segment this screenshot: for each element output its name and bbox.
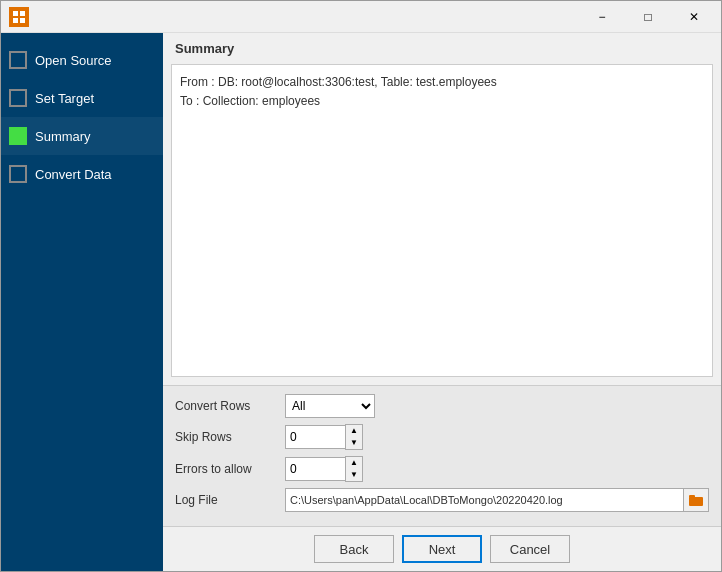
svg-rect-4 [689, 497, 703, 506]
sidebar-item-set-target[interactable]: Set Target [1, 79, 163, 117]
skip-rows-up[interactable]: ▲ [346, 425, 362, 437]
panel-header: Summary [163, 33, 721, 64]
skip-rows-spinner: ▲ ▼ [285, 424, 363, 450]
log-file-label: Log File [175, 493, 285, 507]
sidebar-label-convert-data: Convert Data [35, 167, 112, 182]
errors-spinner: ▲ ▼ [285, 456, 363, 482]
bottom-form: Convert Rows All Range First N Skip Rows… [163, 385, 721, 526]
errors-to-allow-row: Errors to allow ▲ ▼ [175, 456, 709, 482]
cancel-button[interactable]: Cancel [490, 535, 570, 563]
svg-rect-1 [20, 11, 25, 16]
skip-rows-row: Skip Rows ▲ ▼ [175, 424, 709, 450]
convert-rows-label: Convert Rows [175, 399, 285, 413]
summary-line2: To : Collection: employees [180, 92, 704, 111]
skip-rows-spinner-buttons: ▲ ▼ [345, 424, 363, 450]
close-button[interactable]: ✕ [671, 3, 717, 31]
log-file-row: Log File [175, 488, 709, 512]
sidebar-item-convert-data[interactable]: Convert Data [1, 155, 163, 193]
minimize-button[interactable]: − [579, 3, 625, 31]
svg-rect-5 [689, 495, 695, 498]
footer: Back Next Cancel [163, 526, 721, 571]
sidebar: Open Source Set Target Summary Convert D… [1, 33, 163, 571]
step-indicator-convert-data [9, 165, 27, 183]
convert-rows-row: Convert Rows All Range First N [175, 394, 709, 418]
svg-rect-0 [13, 11, 18, 16]
title-bar: − □ ✕ [1, 1, 721, 33]
maximize-button[interactable]: □ [625, 3, 671, 31]
summary-line1: From : DB: root@localhost:3306:test, Tab… [180, 73, 704, 92]
step-indicator-open-source [9, 51, 27, 69]
step-indicator-set-target [9, 89, 27, 107]
skip-rows-input[interactable] [285, 425, 345, 449]
skip-rows-down[interactable]: ▼ [346, 437, 362, 449]
next-button[interactable]: Next [402, 535, 482, 563]
sidebar-item-open-source[interactable]: Open Source [1, 41, 163, 79]
sidebar-label-open-source: Open Source [35, 53, 112, 68]
errors-up[interactable]: ▲ [346, 457, 362, 469]
errors-to-allow-label: Errors to allow [175, 462, 285, 476]
folder-icon [689, 494, 703, 506]
svg-rect-3 [20, 18, 25, 23]
sidebar-label-summary: Summary [35, 129, 91, 144]
convert-rows-select[interactable]: All Range First N [285, 394, 375, 418]
main-window: − □ ✕ Open Source Set Target Summary Con… [0, 0, 722, 572]
sidebar-item-summary[interactable]: Summary [1, 117, 163, 155]
errors-to-allow-input[interactable] [285, 457, 345, 481]
errors-spinner-buttons: ▲ ▼ [345, 456, 363, 482]
sidebar-label-set-target: Set Target [35, 91, 94, 106]
main-content: Open Source Set Target Summary Convert D… [1, 33, 721, 571]
log-file-input[interactable] [285, 488, 683, 512]
summary-panel: From : DB: root@localhost:3306:test, Tab… [171, 64, 713, 377]
right-panel: Summary From : DB: root@localhost:3306:t… [163, 33, 721, 571]
browse-button[interactable] [683, 488, 709, 512]
back-button[interactable]: Back [314, 535, 394, 563]
app-icon [9, 7, 29, 27]
skip-rows-label: Skip Rows [175, 430, 285, 444]
step-indicator-summary [9, 127, 27, 145]
errors-down[interactable]: ▼ [346, 469, 362, 481]
svg-rect-2 [13, 18, 18, 23]
